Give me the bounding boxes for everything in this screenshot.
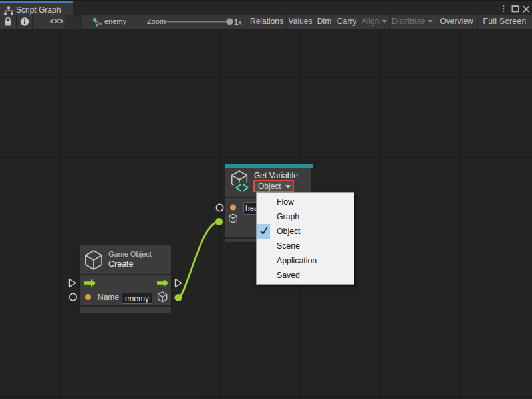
svg-text:1x: 1x xyxy=(234,18,242,26)
